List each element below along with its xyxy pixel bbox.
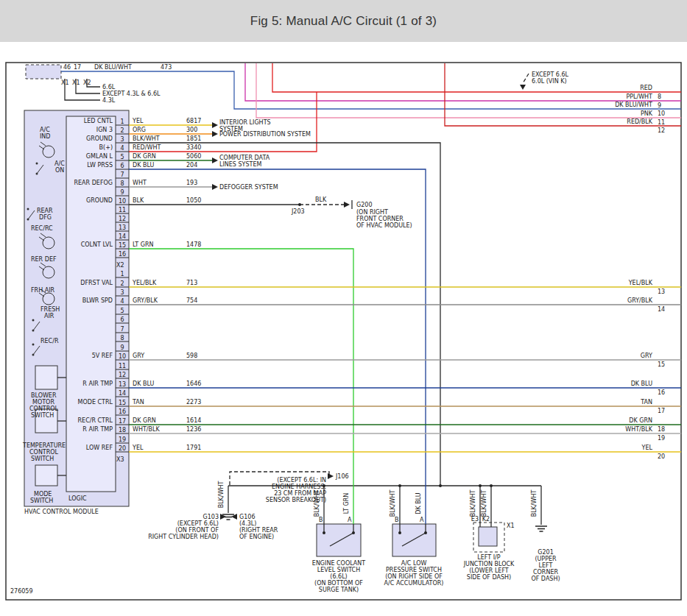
connector-pin-number: 13 — [658, 288, 665, 295]
connector-pin-number: 12 — [658, 127, 665, 134]
wire-color-label: RED/BLK — [627, 118, 652, 125]
arrow-r — [212, 131, 218, 137]
diagram-label: OF ENGINE) — [239, 534, 274, 540]
circuit-number-label: 598 — [186, 353, 197, 359]
diagram-label: BLOWER — [31, 392, 57, 399]
hvac-connector-x2-pin-number: 2 — [120, 127, 124, 134]
hvac-connector-x3-pin-number: 2 — [120, 280, 124, 287]
wire-blk-wht-main — [129, 143, 440, 486]
wire-color-label: GRY — [641, 353, 652, 359]
diagram-label: BLK/WHT — [218, 481, 225, 509]
wire-pnk — [256, 63, 681, 118]
system-label: POWER DISTRIBUTION SYSTEM — [219, 131, 311, 138]
wire-color-label: DK BLU — [631, 380, 652, 387]
wire-color-label: WHT/BLK — [133, 426, 160, 433]
circuit-number-label: 1478 — [186, 241, 201, 248]
hvac-connector-x3-pin-number: 17 — [119, 418, 126, 425]
diagram-label: A/C LOW — [401, 560, 427, 567]
wire-color-label: DK GRN — [629, 417, 652, 424]
wire-color-label: YEL/BLK — [628, 280, 653, 286]
diagram-label: A — [348, 517, 352, 523]
diagram-label: G103 — [203, 514, 219, 520]
switch-terminal — [27, 208, 29, 210]
diagram-label: X1 — [507, 523, 515, 529]
wire-color-label: YEL — [132, 445, 144, 451]
connector-pin-number: 8 — [658, 93, 661, 100]
diagram-canvas: 1LED CNTLYEL68172IGN 3ORG3003GROUNDBLK/W… — [0, 0, 687, 616]
wire-color-label: PNK — [641, 110, 653, 117]
junction-dot — [323, 531, 325, 534]
system-label: LINES SYSTEM — [219, 161, 261, 168]
diagram-label: (ON FRONT OF — [175, 527, 219, 534]
terminal-label: LW PRSS — [87, 162, 113, 169]
diagram-label: LEFT — [539, 562, 553, 569]
diagram-label: REC/R — [40, 338, 59, 344]
circuit-number-label: 2273 — [186, 399, 201, 406]
diagram-label: K2 — [482, 516, 490, 523]
diagram-label: (EXCEPT 6.6L: IN — [277, 477, 326, 484]
hvac-connector-x2-pin-number: 6 — [120, 163, 124, 169]
diagram-label: TEMPERATURE — [22, 442, 66, 449]
system-label: DEFOGGER SYSTEM — [219, 184, 278, 191]
terminal-label: IGN 3 — [96, 127, 113, 133]
diagram-label: (ON RIGHT — [356, 209, 388, 216]
circuit-number-label: 1646 — [186, 380, 201, 387]
diagram-label: A/C — [54, 160, 65, 167]
arrow-r — [212, 122, 218, 128]
arrow-r — [344, 202, 350, 208]
junction-dot — [424, 531, 427, 534]
diagram-label: (4.3L) — [239, 520, 256, 527]
diagram-label: DFG — [39, 214, 52, 221]
diagram-label: (ON RIGHT SIDE OF — [385, 573, 443, 580]
wire-color-label: PPL/WHT — [626, 93, 652, 100]
wire-color-label: GRY/BLK — [133, 297, 158, 304]
hvac-connector-x3-pin-number: 18 — [119, 427, 126, 433]
diagram-label: REC/RC — [31, 225, 53, 232]
circuit-number-label: 713 — [186, 280, 197, 286]
hvac-connector-x3-pin-number: 5 — [120, 308, 124, 314]
junction-dot — [490, 484, 493, 487]
hvac-connector-x2-id: X2 — [116, 262, 124, 269]
system-label: INTERIOR LIGHTS — [219, 119, 271, 126]
connector-pin-number: 18 — [658, 426, 665, 433]
hvac-connector-x3-pin-number: 9 — [120, 344, 124, 351]
arrow-r — [212, 157, 218, 163]
connector-pin-number: 20 — [658, 453, 665, 460]
hvac-connector-x2-pin-number: 11 — [119, 207, 126, 213]
diagram-label: CORNER — [533, 569, 558, 576]
wire-color-label: RED/WHT — [133, 144, 161, 151]
diagram-label: B — [395, 517, 399, 523]
terminal-label: GROUND — [86, 197, 113, 204]
diagram-label: LT GRN — [343, 493, 350, 514]
wire-red — [272, 63, 681, 92]
wire-color-label: DK GRN — [133, 417, 156, 424]
diagram-label: 46 — [63, 64, 71, 71]
junction-dot — [398, 531, 401, 534]
connector-pin-number: 11 — [658, 119, 665, 126]
terminal-label: LED CNTL — [84, 118, 113, 124]
terminal-label: MODE CTRL — [78, 399, 113, 406]
junction-dot — [298, 203, 301, 206]
circuit-number-label: 1050 — [186, 197, 201, 204]
hvac-connector-x2-pin-number: 16 — [119, 251, 126, 258]
hvac-connector-x3-pin-number: 19 — [119, 436, 126, 443]
diagram-label: G200 — [356, 202, 372, 208]
diagram-label: 6.0L (VIN K) — [532, 78, 567, 85]
hvac-connector-x3-pin-number: 13 — [119, 381, 126, 388]
diagram-label: AIR — [44, 313, 54, 319]
hvac-connector-x3-pin-number: 1 — [120, 271, 124, 277]
diagram-label: X1 — [61, 79, 69, 86]
terminal-label: LOW REF — [86, 445, 113, 451]
hvac-connector-x2-pin-number: 4 — [120, 145, 124, 152]
junction-block-inner-box — [479, 527, 497, 546]
diagram-label: DK BLU — [415, 492, 422, 514]
circuit-number-label: 754 — [186, 297, 197, 304]
ac-low-pressure-switch-box — [392, 524, 436, 556]
diagram-label: BLK/WHT — [470, 490, 476, 517]
coolant-level-switch-box — [317, 524, 361, 556]
wire-color-label: GRY/BLK — [627, 297, 653, 304]
diagram-label: HVAC CONTROL MODULE — [24, 509, 99, 515]
diagram-label: OF HVAC MODULE) — [356, 222, 412, 229]
arrow-r — [212, 184, 218, 190]
wire-color-label: YEL — [132, 118, 144, 124]
